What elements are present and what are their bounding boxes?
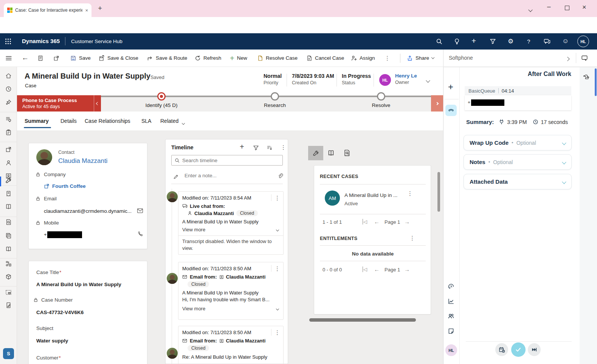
related-horizontal-scrollbar[interactable] xyxy=(309,318,416,322)
complete-acw-button[interactable] xyxy=(511,342,526,357)
header-expand-chevron-icon[interactable] xyxy=(426,77,430,83)
notes-accordion[interactable]: Notes • Optional xyxy=(464,154,572,170)
bpf-stage-research-marker[interactable] xyxy=(271,92,279,101)
entry-person[interactable]: Claudia Mazzanti xyxy=(226,274,266,280)
sidebar-connections-icon[interactable] xyxy=(5,260,12,267)
attached-data-accordion[interactable]: Attached Data xyxy=(464,174,572,189)
share-button[interactable]: Share xyxy=(407,50,434,67)
softphone-expand-chevron-icon[interactable] xyxy=(566,56,569,62)
note-input[interactable] xyxy=(185,173,271,178)
timeline-entry-email-2[interactable]: Modified on: 7/11/2023 8:50 AM ⋮ Email f… xyxy=(178,326,284,364)
related-chevron-icon[interactable] xyxy=(182,120,185,125)
timeline-overflow-icon[interactable]: ⋮ xyxy=(281,144,286,150)
related-tool-tab-cases[interactable] xyxy=(308,146,323,160)
send-email-icon[interactable] xyxy=(137,208,143,214)
schedule-followup-button[interactable] xyxy=(495,343,508,356)
subject-value[interactable]: Water supply xyxy=(36,338,68,344)
tab-case-relationships[interactable]: Case Relationships xyxy=(85,118,130,124)
entitlements-overflow-icon[interactable]: ⋮ xyxy=(409,235,415,241)
notes-icon[interactable] xyxy=(448,328,454,335)
sidebar-home-icon[interactable] xyxy=(5,73,12,79)
app-switcher-tile[interactable]: S xyxy=(3,348,14,359)
first-page-icon[interactable]: ◁ xyxy=(363,219,367,225)
tab-summary[interactable]: Summary xyxy=(25,118,49,124)
sidebar-open-book-icon[interactable] xyxy=(5,246,12,252)
prev-page-icon[interactable]: ← xyxy=(374,218,380,225)
assign-button[interactable]: Assign xyxy=(351,50,375,67)
sidebar-accounts-icon[interactable] xyxy=(5,146,12,153)
new-tab-button[interactable]: + xyxy=(98,4,102,12)
cancel-case-button[interactable]: Cancel Case xyxy=(306,50,344,67)
save-and-close-button[interactable]: Save & Close xyxy=(99,50,138,67)
timeline-entry-livechat[interactable]: Modified on: 7/11/2023 8:54 AM ⋮ Live ch… xyxy=(178,191,284,255)
related-tool-tab-search[interactable] xyxy=(343,149,350,156)
resolve-case-button[interactable]: Resolve Case xyxy=(257,50,298,67)
next-page-icon[interactable]: → xyxy=(404,218,410,225)
brand-title[interactable]: Dynamics 365 xyxy=(22,38,60,44)
entry-person[interactable]: Claudia Mazzanti xyxy=(226,338,266,344)
tab-sla[interactable]: SLA xyxy=(141,118,151,124)
bpf-stage-resolve-label[interactable]: Resolve xyxy=(362,102,400,108)
command-overflow-icon[interactable]: ⋮ xyxy=(385,55,390,61)
bpf-collapse-button[interactable] xyxy=(94,95,101,112)
sitemap-hamburger-icon[interactable] xyxy=(5,55,12,62)
entry-subject[interactable]: A Mineral Build Up in Water Supply xyxy=(178,287,283,296)
window-menu-chevron-icon[interactable] xyxy=(529,7,532,12)
plugin-puzzle-icon[interactable] xyxy=(583,74,589,80)
user-avatar[interactable]: HL xyxy=(577,36,589,47)
form-back-icon[interactable]: ← xyxy=(22,54,29,61)
window-close-button[interactable]: × xyxy=(582,3,586,11)
sidebar-email-templates-icon[interactable] xyxy=(5,289,12,296)
sidebar-pinned-icon[interactable] xyxy=(5,99,12,105)
tab-related[interactable]: Related xyxy=(160,118,178,124)
call-phone-icon[interactable] xyxy=(137,231,143,237)
owner-avatar[interactable]: HL xyxy=(379,74,391,86)
entry-view-more[interactable]: View more xyxy=(178,302,283,314)
open-in-new-window-icon[interactable] xyxy=(53,55,59,61)
related-tool-tab-knowledge[interactable] xyxy=(327,149,335,156)
refresh-button[interactable]: Refresh xyxy=(195,50,221,67)
tab-close-icon[interactable]: × xyxy=(85,8,88,13)
waffle-menu-icon[interactable] xyxy=(5,38,11,45)
bpf-stage-research-label[interactable]: Research xyxy=(256,102,294,108)
entry-person[interactable]: Claudia Mazzanti xyxy=(194,211,234,216)
active-call-session-tab[interactable] xyxy=(445,105,457,116)
entry-overflow-icon[interactable]: ⋮ xyxy=(271,330,280,335)
entry-overflow-icon[interactable]: ⋮ xyxy=(271,195,280,201)
form-list-icon[interactable] xyxy=(37,55,43,61)
filter-icon[interactable] xyxy=(490,38,496,45)
bpf-next-stage-button[interactable] xyxy=(431,95,443,112)
acw-scrollbar[interactable] xyxy=(595,68,597,96)
case-title-value[interactable]: A Mineral Build Up in Water Supply xyxy=(36,282,121,287)
agent-presence-avatar[interactable]: HL xyxy=(445,344,457,356)
contact-name-link[interactable]: Claudia Mazzanti xyxy=(58,157,107,165)
search-icon[interactable] xyxy=(436,38,442,45)
tab-details[interactable]: Details xyxy=(60,118,77,124)
browser-tab[interactable]: Case: Case for Interactive experie × xyxy=(4,3,91,17)
sidebar-knowledge-icon[interactable] xyxy=(5,203,12,210)
email-value[interactable]: claudiamazzanti@crmdemo.dynamic... xyxy=(44,208,132,214)
recent-case-title[interactable]: A Mineral Build Up in ... xyxy=(344,192,397,198)
sidebar-activities-icon[interactable] xyxy=(5,129,12,136)
owner-field[interactable]: Henry Le Owner xyxy=(395,73,417,85)
window-maximize-button[interactable] xyxy=(565,6,569,10)
help-icon[interactable]: ? xyxy=(527,38,530,45)
new-button[interactable]: + New xyxy=(230,50,247,67)
smiley-icon[interactable]: ☺ xyxy=(562,37,569,45)
main-vertical-scrollbar[interactable] xyxy=(437,172,440,212)
company-link[interactable]: Fourth Coffee xyxy=(52,183,86,189)
quick-create-plus-icon[interactable]: + xyxy=(471,36,476,45)
new-session-plus-icon[interactable]: + xyxy=(448,82,453,91)
window-minimize-button[interactable]: – xyxy=(547,3,550,11)
entry-subject[interactable]: Re: A Mineral Build Up in Water Supply xyxy=(178,351,283,360)
bpf-stage-identify-label[interactable]: Identify (45 D) xyxy=(135,102,188,108)
conversations-chat-icon[interactable] xyxy=(581,55,588,61)
save-and-route-button[interactable]: Save & Route xyxy=(147,50,187,67)
lightbulb-icon[interactable] xyxy=(454,38,460,45)
bpf-stage-resolve-marker[interactable] xyxy=(377,92,385,101)
sidebar-recent-icon[interactable] xyxy=(5,86,12,92)
contact-photo-avatar[interactable] xyxy=(36,149,52,165)
analytics-icon[interactable] xyxy=(448,298,454,305)
timeline-filter-icon[interactable] xyxy=(253,145,259,151)
entry-overflow-icon[interactable]: ⋮ xyxy=(271,266,280,271)
